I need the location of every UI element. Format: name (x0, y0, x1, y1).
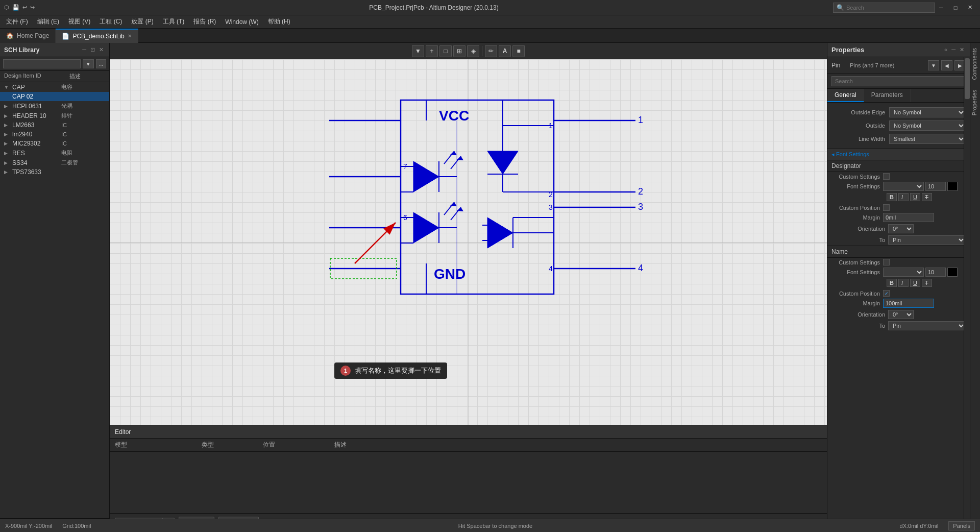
tab-parameters[interactable]: Parameters (864, 89, 911, 102)
toolbar-cross-btn[interactable]: ◈ (467, 45, 479, 57)
toolbar-text-btn[interactable]: A (499, 45, 511, 57)
font-color-picker-2[interactable] (947, 268, 958, 277)
line-width-select[interactable]: Smallest (889, 134, 966, 144)
component-search-input[interactable] (3, 59, 81, 68)
minimize-btn[interactable]: ─ (935, 3, 947, 13)
props-close[interactable]: ✕ (958, 46, 966, 54)
component-item-mic29302[interactable]: ▶ MIC29302 IC (0, 139, 109, 148)
pin-filter-btn[interactable]: ▼ (928, 60, 939, 70)
margin-input-2[interactable] (883, 299, 934, 308)
close-btn[interactable]: ✕ (964, 3, 976, 13)
component-search-options[interactable]: ▼ (83, 59, 94, 68)
font-size-input-2[interactable] (925, 268, 946, 277)
component-item-hcpl0631[interactable]: ▶ HCPL0631 光耦 (0, 101, 109, 111)
toolbar-fill-btn[interactable]: ■ (512, 45, 525, 57)
outside-select[interactable]: No Symbol (889, 120, 966, 131)
component-item-tps73633[interactable]: ▶ TPS73633 (0, 167, 109, 177)
right-search-area[interactable] (827, 74, 970, 89)
menu-help[interactable]: 帮助 (H) (264, 16, 295, 27)
font-settings-section-title[interactable]: ◂ Font Settings (827, 149, 970, 160)
properties-scrollbar[interactable] (964, 57, 970, 532)
panels-btn[interactable]: Panels (948, 521, 975, 530)
font-family-select[interactable] (883, 182, 924, 191)
orientation-row-1: Orientation 0° (827, 223, 970, 234)
custom-position-checkbox-1[interactable] (883, 204, 890, 211)
components-tab-vertical[interactable]: Components (970, 43, 980, 85)
custom-position-checkbox-2[interactable]: ✓ (883, 290, 890, 297)
to-select-2[interactable]: Pin (888, 321, 966, 330)
redo-btn[interactable]: ↪ (30, 4, 35, 11)
font-color-picker[interactable] (947, 182, 958, 191)
component-item-ss34[interactable]: ▶ SS34 二极管 (0, 158, 109, 167)
menu-reports[interactable]: 报告 (R) (189, 16, 220, 27)
tab-home-page[interactable]: 🏠 Home Page (0, 29, 56, 43)
quick-access-save[interactable]: 💾 (12, 4, 19, 11)
properties-tab-vertical[interactable]: Properties (970, 85, 980, 120)
bold-btn-2[interactable]: B (887, 279, 897, 287)
bold-btn[interactable]: B (887, 193, 897, 201)
component-item-lm2663[interactable]: ▶ LM2663 IC (0, 120, 109, 130)
svg-text:4: 4 (638, 263, 643, 273)
custom-settings-checkbox-2[interactable] (883, 259, 890, 265)
search-icon: 🔍 (837, 4, 844, 11)
comp-desc-hcpl: 光耦 (61, 102, 72, 110)
toolbar-draw-btn[interactable]: ✏ (485, 45, 497, 57)
tab-pcb-close[interactable]: ✕ (128, 33, 132, 39)
margin-input-1[interactable] (883, 213, 934, 222)
editor-body[interactable] (110, 452, 827, 513)
toolbar-grid-btn[interactable]: ⊞ (453, 45, 465, 57)
props-pin-left[interactable]: « (943, 46, 949, 54)
title-search-area[interactable]: 🔍 (833, 3, 935, 13)
orientation-select-1[interactable]: 0° (888, 224, 914, 233)
properties-search-input[interactable] (831, 76, 966, 86)
tab-pcb-icon: 📄 (62, 33, 69, 40)
title-search-input[interactable] (846, 5, 928, 11)
component-item-cap02[interactable]: CAP 02 (0, 92, 109, 101)
menu-place[interactable]: 放置 (P) (127, 16, 157, 27)
menu-edit[interactable]: 编辑 (E) (33, 16, 63, 27)
component-item-cap[interactable]: ▼ CAP 电容 (0, 82, 109, 92)
tab-general[interactable]: General (827, 89, 864, 102)
font-size-input[interactable] (925, 182, 946, 191)
left-panel-minimize[interactable]: ─ (81, 46, 88, 54)
toolbar-rect-btn[interactable]: □ (439, 45, 452, 57)
tab-pcb-demo[interactable]: 📄 PCB_demo.SchLib ✕ (56, 29, 138, 43)
custom-settings-checkbox[interactable] (883, 173, 890, 180)
name-section-label: Name (827, 246, 970, 258)
undo-btn[interactable]: ↩ (22, 4, 27, 11)
underline-btn[interactable]: U (910, 193, 920, 201)
component-item-header10[interactable]: ▶ HEADER 10 排针 (0, 111, 109, 120)
underline-btn-2[interactable]: U (910, 279, 920, 287)
component-item-res[interactable]: ▶ RES 电阻 (0, 148, 109, 158)
comp-desc-res: 电阻 (61, 149, 72, 157)
component-search-go[interactable]: ... (96, 59, 106, 68)
margin-row-1: Margin (827, 212, 970, 223)
center-area: ▼ + □ ⊞ ◈ ✏ A ■ VCC GN (110, 43, 827, 532)
maximize-btn[interactable]: □ (949, 3, 962, 13)
schematic-canvas[interactable]: VCC GND 8 7 6 5 1 (110, 59, 827, 425)
menu-project[interactable]: 工程 (C) (95, 16, 126, 27)
scrollbar-thumb[interactable] (965, 58, 970, 99)
component-item-lm2940[interactable]: ▶ lm2940 IC (0, 130, 109, 139)
props-minimize[interactable]: ─ (950, 46, 957, 54)
menu-window[interactable]: Window (W) (221, 17, 262, 27)
orientation-label-2: Orientation (831, 311, 885, 318)
strikethrough-btn[interactable]: T (922, 193, 932, 201)
left-panel-float[interactable]: ⊡ (89, 46, 96, 54)
menu-view[interactable]: 视图 (V) (64, 16, 94, 27)
outside-edge-select[interactable]: No Symbol (889, 107, 966, 117)
menu-file[interactable]: 文件 (F) (2, 16, 32, 27)
toolbar-filter-btn[interactable]: ▼ (412, 45, 424, 57)
orientation-select-2[interactable]: 0° (888, 310, 914, 319)
toolbar-add-btn[interactable]: + (426, 45, 438, 57)
font-family-select-2[interactable] (883, 268, 924, 277)
col-design-item-id: Design Item ID (4, 72, 65, 80)
to-select-1[interactable]: Pin (888, 235, 966, 245)
comp-desc-lm2940: IC (61, 131, 67, 137)
pin-prev-btn[interactable]: ◀ (941, 60, 952, 70)
italic-btn[interactable]: I (898, 193, 909, 201)
menu-tools[interactable]: 工具 (T) (159, 16, 189, 27)
italic-btn-2[interactable]: I (898, 279, 909, 287)
strikethrough-btn-2[interactable]: T (922, 279, 932, 287)
left-panel-close[interactable]: ✕ (97, 46, 105, 54)
